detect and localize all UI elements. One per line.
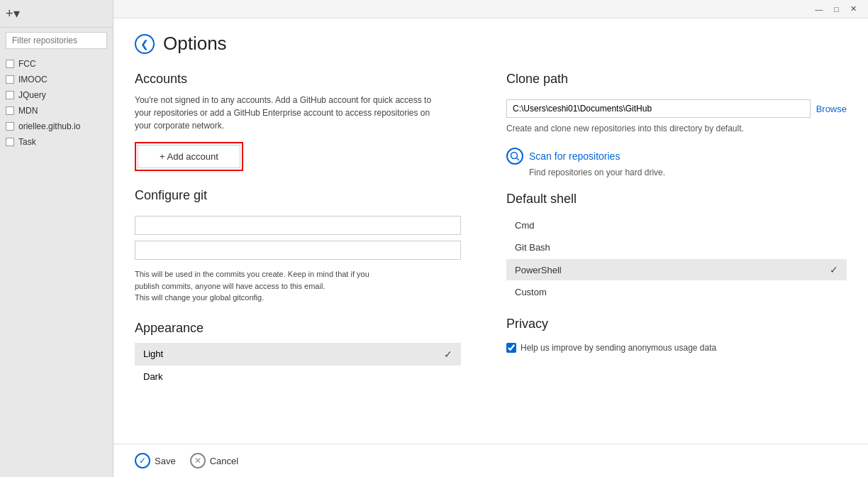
add-repository-button[interactable]: +▾ [6,6,20,21]
repo-name: FCC [18,59,36,69]
git-hint-line1: This will be used in the commits you cre… [135,270,369,278]
privacy-checkbox-row: Help us improve by sending anonymous usa… [506,343,847,353]
appearance-light-label: Light [143,349,163,359]
minimize-button[interactable]: — [809,3,828,15]
options-left: Accounts You're not signed in to any acc… [135,72,478,429]
appearance-light-option[interactable]: Light ✓ [135,343,461,366]
appearance-dark-label: Dark [143,371,162,382]
shell-cmd-option[interactable]: Cmd [506,215,847,236]
repo-name: JQuery [18,90,46,100]
add-account-wrapper: + Add account [135,142,243,171]
repo-checkbox [6,75,14,84]
save-icon-circle: ✓ [135,453,150,468]
appearance-dark-option[interactable]: Dark [135,366,461,388]
list-item[interactable]: FCC [0,56,113,72]
shell-cmd-label: Cmd [515,220,534,231]
options-right: Clone path Browse Create and clone new r… [506,72,847,429]
shell-powershell-option[interactable]: PowerShell ✓ [506,259,847,280]
options-title: Options [163,33,227,55]
git-hint: This will be used in the commits you cre… [135,268,478,304]
clone-path-row: Browse [506,99,847,118]
options-body: Accounts You're not signed in to any acc… [135,72,847,429]
clone-hint: Create and clone new repositories into t… [506,124,847,133]
scan-label[interactable]: Scan for repositories [529,150,620,162]
shell-powershell-check: ✓ [830,264,838,275]
options-panel: ❮ Options Accounts You're not signed in … [113,18,868,444]
privacy-checkbox[interactable] [506,343,516,353]
repo-checkbox [6,91,14,99]
configure-git-section: Configure git This will be used in the c… [135,188,478,304]
save-label: Save [155,456,176,466]
accounts-section: Accounts You're not signed in to any acc… [135,72,478,171]
appearance-section: Appearance Light ✓ Dark [135,321,478,388]
close-button[interactable]: ✕ [845,3,862,15]
accounts-description: You're not signed in to any accounts. Ad… [135,94,447,132]
privacy-label: Help us improve by sending anonymous usa… [521,343,716,353]
default-shell-heading: Default shell [506,192,847,207]
browse-button[interactable]: Browse [816,104,847,114]
scan-section: Scan for repositories Find repositories … [506,148,847,177]
svg-line-1 [517,158,520,161]
shell-gitbash-label: Git Bash [515,242,550,253]
appearance-heading: Appearance [135,321,478,336]
list-item[interactable]: oriellee.github.io [0,119,113,134]
scan-hint: Find repositories on your hard drive. [529,168,847,177]
shell-gitbash-option[interactable]: Git Bash [506,237,847,258]
appearance-light-check: ✓ [444,349,452,360]
clone-path-section: Clone path Browse Create and clone new r… [506,72,847,133]
titlebar: — □ ✕ [113,0,868,18]
shell-powershell-label: PowerShell [515,265,562,275]
git-name-input[interactable] [135,216,461,235]
sidebar-top: +▾ [0,0,113,28]
shell-custom-label: Custom [515,287,547,297]
git-hint-line2: publish commits, anyone will have access… [135,282,325,290]
privacy-heading: Privacy [506,317,847,331]
git-email-input[interactable] [135,241,461,260]
clone-path-input[interactable] [506,99,811,118]
accounts-heading: Accounts [135,72,478,87]
list-item[interactable]: Task [0,134,113,150]
repo-checkbox [6,106,14,115]
save-button[interactable]: ✓ Save [135,453,176,468]
scan-btn-row: Scan for repositories [506,148,847,165]
shell-custom-option[interactable]: Custom [506,282,847,302]
cancel-button[interactable]: ✕ Cancel [190,453,238,468]
repo-name: IMOOC [18,75,48,84]
repo-name: oriellee.github.io [18,121,80,131]
clone-path-heading: Clone path [506,72,847,87]
privacy-section: Privacy Help us improve by sending anony… [506,317,847,353]
configure-git-heading: Configure git [135,188,478,203]
filter-repositories-input[interactable] [6,32,107,49]
repo-checkbox [6,60,14,68]
cancel-icon-circle: ✕ [190,453,206,468]
repo-checkbox [6,122,14,131]
list-item[interactable]: JQuery [0,87,113,103]
git-hint-line3: This will change your global gitconfig. [135,293,264,302]
maximize-button[interactable]: □ [828,3,845,15]
repo-name: Task [18,137,36,147]
repo-checkbox [6,138,14,146]
svg-point-0 [511,153,518,159]
options-footer: ✓ Save ✕ Cancel [113,444,868,477]
list-item[interactable]: IMOOC [0,72,113,87]
sidebar: +▾ FCCIMOOCJQueryMDNoriellee.github.ioTa… [0,0,113,477]
repo-name: MDN [18,106,38,116]
options-header: ❮ Options [135,33,847,55]
scan-icon[interactable] [506,148,523,165]
default-shell-section: Default shell Cmd Git Bash PowerShell ✓ … [506,192,847,302]
repository-list: FCCIMOOCJQueryMDNoriellee.github.ioTask [0,53,113,477]
cancel-label: Cancel [210,456,238,466]
list-item[interactable]: MDN [0,103,113,119]
main-content: — □ ✕ ❮ Options Accounts You're not sign… [113,0,868,477]
back-button[interactable]: ❮ [135,34,155,54]
add-account-button[interactable]: + Add account [138,145,240,168]
